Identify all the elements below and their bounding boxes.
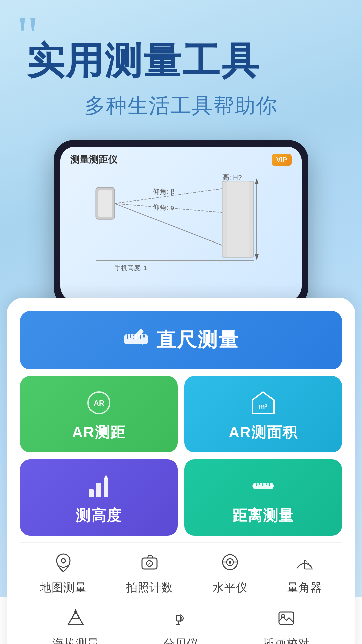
photo-count-tool[interactable]: ✓ 拍照计数 — [126, 553, 173, 595]
ruler-icon — [123, 326, 149, 354]
svg-marker-31 — [104, 475, 108, 479]
svg-point-48 — [229, 561, 231, 564]
main-card: 直尺测量 AR AR测距 m² AR测面积 — [7, 298, 355, 644]
sound-icon — [172, 609, 190, 632]
svg-text:高: H?: 高: H? — [222, 173, 242, 181]
altitude-tool[interactable]: 海拔测量 — [52, 609, 99, 644]
svg-text:✓: ✓ — [148, 561, 151, 566]
main-title: 实用测量工具 — [27, 40, 342, 82]
altitude-label: 海拔测量 — [52, 636, 99, 644]
svg-rect-30 — [104, 478, 108, 497]
vip-badge: VIP — [272, 154, 292, 166]
features-row-1: AR AR测距 m² AR测面积 — [20, 376, 342, 452]
measurement-diagram: 仰角: β 仰角: α 高: H? 手机高度: 1 — [70, 157, 292, 301]
map-icon — [54, 553, 73, 576]
level-label: 水平仪 — [213, 580, 248, 595]
ruler-button[interactable]: 直尺测量 — [20, 311, 342, 369]
svg-rect-16 — [127, 334, 128, 339]
features-row-2: 测高度 距离测量 — [20, 459, 342, 536]
distance-icon — [250, 473, 277, 501]
phone-screen: 测量测距仪 VIP 仰角: β 仰角: α — [54, 140, 308, 308]
height-button[interactable]: 测高度 — [20, 459, 178, 536]
svg-rect-36 — [266, 483, 267, 485]
map-tool[interactable]: 地图测量 — [40, 553, 87, 595]
level-tool[interactable]: 水平仪 — [213, 553, 248, 595]
svg-rect-21 — [143, 334, 145, 338]
svg-rect-17 — [130, 334, 131, 338]
mountain-icon — [66, 609, 85, 632]
tools-row-2: 海拔测量 分贝仪 插画校对 — [20, 602, 342, 644]
decibel-label: 分贝仪 — [163, 636, 198, 644]
svg-rect-6 — [227, 181, 249, 257]
phone-mockup: 测量测距仪 VIP 仰角: β 仰角: α — [54, 140, 308, 308]
quote-decoration: " — [17, 17, 39, 54]
svg-text:AR: AR — [94, 399, 104, 407]
image-icon — [277, 609, 296, 632]
svg-marker-13 — [255, 178, 259, 184]
ar-distance-label: AR测距 — [72, 423, 126, 442]
svg-text:仰角: α: 仰角: α — [153, 204, 175, 211]
distance-label: 距离测量 — [232, 506, 294, 526]
protractor-icon — [295, 553, 314, 576]
phone-app-title: 测量测距仪 — [70, 153, 117, 166]
ar-distance-icon: AR — [85, 389, 112, 418]
protractor-tool[interactable]: 量角器 — [287, 553, 322, 595]
height-icon — [85, 473, 112, 501]
protractor-label: 量角器 — [287, 580, 322, 595]
svg-text:仰角: β: 仰角: β — [153, 187, 175, 195]
decibel-tool[interactable]: 分贝仪 — [163, 609, 198, 644]
distance-button[interactable]: 距离测量 — [184, 459, 342, 536]
svg-rect-35 — [262, 483, 263, 486]
svg-rect-34 — [259, 483, 260, 485]
svg-marker-14 — [255, 254, 259, 261]
svg-point-40 — [61, 559, 65, 563]
image-correct-tool[interactable]: 插画校对 — [263, 609, 310, 644]
camera-icon: ✓ — [140, 553, 159, 576]
svg-rect-37 — [269, 483, 270, 486]
level-icon — [221, 553, 239, 576]
svg-text:手机高度: 1: 手机高度: 1 — [115, 264, 147, 271]
phone-content: 测量测距仪 VIP 仰角: β 仰角: α — [60, 147, 302, 301]
svg-rect-56 — [176, 615, 180, 621]
svg-rect-33 — [256, 483, 257, 486]
photo-count-label: 拍照计数 — [126, 580, 173, 595]
svg-rect-29 — [96, 483, 101, 497]
svg-marker-55 — [74, 609, 77, 612]
tools-row-1: 地图测量 ✓ 拍照计数 — [20, 542, 342, 602]
ar-area-button[interactable]: m² AR测面积 — [184, 376, 342, 452]
map-label: 地图测量 — [40, 580, 87, 595]
height-label: 测高度 — [76, 506, 122, 526]
phone-inner: 测量测距仪 VIP 仰角: β 仰角: α — [60, 147, 302, 301]
image-correct-label: 插画校对 — [263, 636, 310, 644]
ruler-label: 直尺测量 — [156, 327, 239, 353]
ar-area-label: AR测面积 — [229, 423, 298, 442]
svg-rect-28 — [89, 489, 94, 497]
header-section: " 实用测量工具 多种生活工具帮助你 — [0, 0, 362, 133]
svg-text:m²: m² — [259, 403, 267, 410]
svg-rect-1 — [98, 190, 112, 217]
ar-distance-button[interactable]: AR AR测距 — [20, 376, 178, 452]
phone-title-bar: 测量测距仪 VIP — [60, 153, 302, 166]
sub-title: 多种生活工具帮助你 — [20, 92, 342, 120]
ar-area-icon: m² — [250, 389, 277, 418]
